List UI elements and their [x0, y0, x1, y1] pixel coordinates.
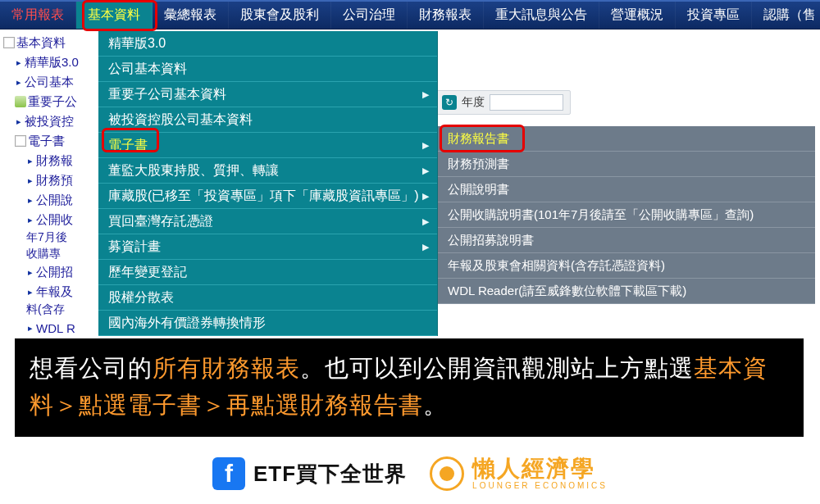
facebook-icon[interactable]: f: [212, 457, 245, 490]
arrow-icon: ▸: [26, 287, 34, 297]
refresh-icon[interactable]: ↻: [442, 95, 457, 110]
arrow-icon: ▸: [26, 267, 34, 278]
menu2-label: 公開說明書: [448, 182, 509, 198]
chevron-right-icon: ▶: [422, 140, 429, 151]
menu1-item[interactable]: 募資計畫▶: [98, 234, 437, 260]
menu1-item[interactable]: 股權分散表: [98, 285, 437, 311]
menu1-label: 董監大股東持股、質押、轉讓: [108, 162, 279, 179]
menu1-label: 被投資控股公司基本資料: [108, 111, 253, 129]
tree-node[interactable]: ▸公開說: [0, 190, 100, 210]
menu1-item[interactable]: 被投資控股公司基本資料: [98, 107, 437, 133]
tree-label: WDL R: [36, 321, 75, 335]
tree-label: 公開招: [36, 265, 73, 280]
menu1-label: 公司基本資料: [108, 61, 187, 78]
menu2-item[interactable]: WDL Reader(請至威鋒數位軟體下載區下載): [438, 279, 815, 304]
tree-node[interactable]: 基本資料: [0, 33, 100, 52]
arrow-icon: ▸: [26, 175, 34, 186]
tree-node[interactable]: 電子書: [0, 131, 100, 151]
nav-item-shareholder[interactable]: 股東會及股利: [229, 2, 331, 29]
caption-block: 想看公司的所有財務報表。也可以到公開資訊觀測站上方點選基本資料＞點選電子書＞再點…: [15, 338, 804, 437]
tree-label: 電子書: [28, 134, 65, 149]
chevron-right-icon: ▶: [422, 191, 429, 202]
menu2-item[interactable]: 財務預測書: [438, 152, 815, 177]
year-input[interactable]: [490, 94, 563, 111]
nav-item-frequent[interactable]: 常用報表: [0, 2, 76, 29]
tree-node[interactable]: 重要子公: [0, 92, 100, 111]
menu2-item-financial-report[interactable]: 財務報告書: [438, 126, 815, 152]
menu2-label: 財務報告書: [448, 131, 509, 147]
menu1-label: 股權分散表: [108, 289, 174, 306]
nav-item-basic-info[interactable]: 基本資料: [76, 2, 153, 29]
arrow-icon: ▸: [15, 116, 23, 127]
tree-label: 料(含存: [26, 302, 65, 317]
menu2-item[interactable]: 公開說明書: [438, 177, 815, 202]
tree-label: 基本資料: [16, 35, 66, 51]
tree-node[interactable]: ▸WDL R: [0, 318, 100, 338]
menu1-item[interactable]: 國內海外有價證券轉換情形: [98, 311, 437, 336]
tree-node: 料(含存: [0, 302, 100, 318]
menu1-item[interactable]: 精華版3.0: [98, 31, 437, 57]
tree-node[interactable]: ▸公司基本: [0, 72, 100, 92]
nav-item-warrants[interactable]: 認購（售: [752, 2, 820, 29]
tree-node: 收購專: [0, 246, 100, 262]
nav-item-summary[interactable]: 彙總報表: [153, 2, 229, 29]
menu1-item-ebook[interactable]: 電子書▶: [98, 133, 437, 158]
lounger-en: LOUNGER ECONOMICS: [472, 482, 608, 490]
tree-label: 年報及: [36, 284, 73, 300]
page-icon: [15, 135, 26, 147]
tree-node[interactable]: ▸財務報: [0, 151, 100, 170]
nav-item-governance[interactable]: 公司治理: [331, 2, 408, 29]
menu1-item[interactable]: 董監大股東持股、質押、轉讓▶: [98, 158, 437, 184]
lounger-zh: 懶人經濟學: [472, 457, 608, 480]
nav-item-investment[interactable]: 投資專區: [676, 2, 752, 29]
dropdown-secondary: 財務報告書 財務預測書 公開說明書 公開收購說明書(101年7月後請至「公開收購…: [438, 126, 815, 304]
menu2-item[interactable]: 公開招募說明書: [438, 228, 815, 253]
caption-highlight: 所有財務報表: [153, 355, 300, 381]
tree-node[interactable]: ▸被投資控: [0, 111, 100, 131]
nav-item-operation[interactable]: 營運概況: [599, 2, 676, 29]
menu2-label: 年報及股東會相關資料(含存託憑證資料): [448, 258, 665, 274]
tree-label: 公開說: [36, 193, 73, 208]
year-label: 年度: [462, 95, 485, 110]
menu1-item[interactable]: 歷年變更登記: [98, 260, 437, 285]
menu2-item[interactable]: 公開收購說明書(101年7月後請至「公開收購專區」查詢): [438, 202, 815, 228]
chevron-right-icon: ▶: [422, 242, 429, 252]
etf-brand: ETF買下全世界: [253, 460, 407, 488]
tree-node[interactable]: ▸精華版3.0: [0, 52, 100, 72]
menu1-item[interactable]: 庫藏股(已移至「投資專區」項下「庫藏股資訊專區」)▶: [98, 184, 437, 209]
tree-label: 年7月後: [26, 230, 67, 245]
tree-label: 重要子公: [28, 94, 77, 110]
menu2-label: WDL Reader(請至威鋒數位軟體下載區下載): [448, 284, 686, 299]
arrow-icon: ▸: [26, 156, 34, 166]
nav-item-financial[interactable]: 財務報表: [408, 2, 484, 29]
tree-label: 精華版3.0: [25, 55, 79, 70]
tree-label: 財務預: [36, 173, 73, 188]
arrow-icon: ▸: [15, 77, 23, 88]
tree-node[interactable]: ▸公開收: [0, 210, 100, 229]
menu1-label: 募資計畫: [108, 238, 161, 256]
dropdown-primary: 精華版3.0 公司基本資料 重要子公司基本資料▶ 被投資控股公司基本資料 電子書…: [98, 31, 438, 336]
left-tree: 基本資料 ▸精華版3.0 ▸公司基本 重要子公 ▸被投資控 電子書 ▸財務報 ▸…: [0, 31, 100, 354]
tree-label: 公開收: [36, 212, 73, 228]
tree-node[interactable]: ▸財務預: [0, 170, 100, 190]
menu2-item[interactable]: 年報及股東會相關資料(含存託憑證資料): [438, 253, 815, 279]
menu1-label: 重要子公司基本資料: [108, 86, 226, 103]
tree-label: 被投資控: [25, 114, 74, 129]
menu1-label: 國內海外有價證券轉換情形: [108, 315, 266, 332]
arrow-icon: ▸: [26, 215, 34, 225]
tree-label: 財務報: [36, 153, 73, 169]
tree-label: 公司基本: [25, 75, 74, 90]
tree-node[interactable]: ▸年報及: [0, 282, 100, 302]
menu1-item[interactable]: 買回臺灣存託憑證▶: [98, 209, 437, 234]
menu2-label: 公開收購說明書(101年7月後請至「公開收購專區」查詢): [448, 207, 754, 223]
lounger-logo-icon: [430, 456, 464, 491]
tree-node[interactable]: ▸公開招: [0, 262, 100, 282]
menu1-item[interactable]: 重要子公司基本資料▶: [98, 82, 437, 107]
menu1-item[interactable]: 公司基本資料: [98, 57, 437, 82]
menu1-label: 歷年變更登記: [108, 264, 187, 281]
arrow-icon: ▸: [26, 195, 34, 206]
menu2-label: 公開招募說明書: [448, 233, 534, 248]
arrow-icon: ▸: [15, 57, 23, 68]
caption-text: 。也可以到公開資訊觀測站上方點選: [300, 355, 694, 381]
nav-item-news[interactable]: 重大訊息與公告: [484, 2, 599, 29]
